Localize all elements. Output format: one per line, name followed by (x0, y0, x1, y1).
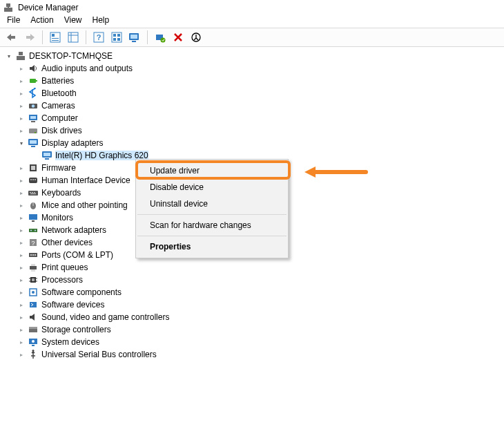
tree-item-label: Monitors (41, 213, 73, 222)
expand-toggle-icon[interactable] (17, 312, 26, 322)
expand-toggle-icon[interactable] (17, 175, 26, 185)
cpu-icon (28, 274, 39, 285)
svg-rect-43 (31, 166, 35, 170)
expand-toggle-icon[interactable] (17, 138, 26, 148)
tree-category-battery[interactable]: Batteries (1, 75, 503, 87)
menu-file[interactable]: File (7, 15, 20, 25)
svg-rect-47 (35, 179, 36, 180)
svg-rect-32 (30, 116, 36, 119)
display-icon (28, 137, 39, 149)
toolbar-help-button[interactable]: ? (91, 30, 106, 45)
expand-toggle-icon[interactable] (17, 188, 26, 198)
tree-item-label: Intel(R) HD Graphics 620 (55, 151, 148, 160)
svg-rect-50 (32, 192, 33, 193)
menu-help[interactable]: Help (93, 15, 110, 25)
expand-toggle-icon[interactable] (17, 337, 26, 347)
expand-toggle-icon[interactable] (17, 113, 26, 123)
expand-toggle-icon[interactable] (17, 163, 26, 173)
context-menu-separator (137, 214, 287, 215)
tree-category-cpu[interactable]: Processors (1, 274, 503, 286)
tree-item-label: Universal Serial Bus controllers (41, 350, 157, 359)
context-menu-properties[interactable]: Properties (136, 238, 288, 255)
tree-category-swdev[interactable]: Software devices (1, 298, 503, 311)
tree-category-sound[interactable]: Sound, video and game controllers (1, 311, 503, 323)
toolbar-back-button[interactable] (4, 30, 19, 45)
svg-rect-49 (30, 192, 31, 193)
toolbar-show-hidden-button[interactable] (48, 30, 63, 45)
expand-toggle-icon[interactable] (17, 287, 26, 297)
expand-toggle-icon[interactable] (4, 51, 14, 61)
tree-item-label: Firmware (41, 163, 76, 173)
toolbar-forward-button[interactable] (22, 30, 37, 45)
menubar: File Action View Help (0, 14, 504, 28)
svg-point-30 (32, 104, 35, 107)
root-icon (15, 50, 26, 61)
svg-point-59 (35, 230, 36, 231)
expand-toggle-icon[interactable] (17, 238, 26, 247)
battery-icon (28, 75, 39, 86)
display-icon (41, 150, 52, 161)
toolbar-update-button[interactable] (188, 30, 204, 45)
tree-category-swcomp[interactable]: Software components (1, 286, 503, 298)
svg-rect-81 (32, 345, 35, 346)
expand-toggle-icon[interactable] (17, 225, 26, 235)
expand-toggle-icon[interactable] (17, 350, 26, 359)
tree-category-storage[interactable]: Storage controllers (1, 323, 503, 336)
svg-rect-6 (52, 34, 55, 37)
context-menu-disable-device[interactable]: Disable device (136, 179, 288, 196)
expand-toggle-icon[interactable] (17, 200, 26, 210)
tree-category-disk[interactable]: Disk drives (1, 124, 503, 137)
svg-text:?: ? (97, 33, 101, 41)
tree-item-label: Sound, video and game controllers (41, 312, 169, 322)
tree-item-label: Audio inputs and outputs (41, 64, 133, 73)
svg-rect-27 (30, 79, 36, 83)
tree-item-label: Bluetooth (41, 88, 77, 98)
svg-rect-56 (32, 220, 35, 222)
toolbar-icons-button[interactable] (109, 30, 124, 45)
svg-rect-1 (6, 3, 10, 7)
svg-point-76 (32, 291, 35, 294)
expand-toggle-icon[interactable] (17, 250, 26, 260)
tree-item-label: Ports (COM & LPT) (41, 250, 113, 260)
expand-toggle-icon[interactable] (17, 101, 26, 111)
tree-item-label: Human Interface Device (41, 175, 130, 185)
tree-root[interactable]: DESKTOP-TCMHQSE (1, 50, 503, 62)
context-menu-uninstall-device[interactable]: Uninstall device (136, 196, 288, 212)
tree-item-label: Batteries (41, 76, 74, 86)
svg-rect-41 (45, 158, 49, 160)
expand-toggle-icon[interactable] (17, 263, 26, 272)
expand-toggle-icon[interactable] (17, 76, 26, 86)
expand-toggle-icon[interactable] (17, 88, 26, 98)
device-manager-icon (3, 2, 14, 13)
svg-rect-4 (26, 36, 30, 39)
monitor-icon (28, 212, 39, 223)
tree-category-camera[interactable]: Cameras (1, 99, 503, 112)
expand-toggle-icon[interactable] (17, 213, 26, 222)
tree-category-usb[interactable]: Universal Serial Bus controllers (1, 348, 503, 361)
menu-view[interactable]: View (64, 15, 82, 25)
tree-category-system[interactable]: System devices (1, 336, 503, 348)
expand-toggle-icon[interactable] (17, 300, 26, 310)
expand-toggle-icon[interactable] (17, 275, 26, 285)
expand-toggle-icon[interactable] (17, 126, 26, 135)
toolbar-device-button[interactable] (127, 30, 142, 45)
svg-rect-66 (30, 266, 37, 269)
context-menu-update-driver[interactable]: Update driver (136, 162, 288, 179)
tree-category-speaker[interactable]: Audio inputs and outputs (1, 62, 503, 75)
tree-item-label: Network adapters (41, 225, 106, 235)
toolbar-uninstall-button[interactable] (171, 30, 186, 45)
svg-rect-18 (117, 38, 120, 41)
tree-category-printer[interactable]: Print queues (1, 261, 503, 274)
svg-point-35 (35, 132, 36, 133)
expand-toggle-icon[interactable] (17, 325, 26, 334)
toolbar-scan-button[interactable] (153, 30, 168, 45)
tree-category-bluetooth[interactable]: Bluetooth (1, 87, 503, 99)
menu-action[interactable]: Action (30, 15, 53, 25)
svg-rect-40 (43, 153, 50, 156)
expand-toggle-icon[interactable] (17, 64, 26, 73)
tree-category-computer[interactable]: Computer (1, 112, 503, 124)
context-menu-separator (137, 236, 287, 236)
toolbar-properties-button[interactable] (66, 30, 81, 45)
context-menu-scan[interactable]: Scan for hardware changes (136, 217, 288, 234)
tree-category-display[interactable]: Display adapters (1, 137, 503, 149)
